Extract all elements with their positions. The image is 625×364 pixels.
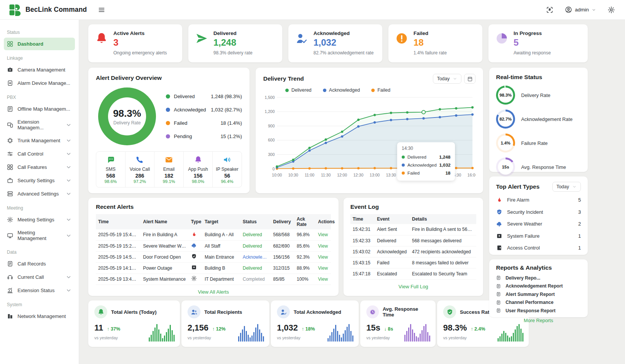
alert-type-label: Access Control [507,245,540,251]
alert-type-count: 1 [578,245,581,251]
spark-bar [518,324,520,342]
delivery-donut-chart: 98.3% Delivery Rate [98,87,156,145]
chevron-down-icon [65,191,72,197]
sidebar-item-label: Call Features [17,164,47,170]
sidebar-item-call-control[interactable]: Call Control [4,148,75,160]
chevron-down-icon [65,151,72,157]
spark-bar [507,335,508,342]
sidebar-item-label: Offline Map Managem... [17,106,70,112]
hamburger-menu-icon[interactable] [98,6,105,14]
view-link[interactable]: View [318,243,328,249]
kpi-value: 11 [94,323,103,333]
view-all-alerts-link[interactable]: View All Alerts [96,289,331,295]
sidebar-item-dashboard[interactable]: Dashboard [4,38,75,50]
sidebar-item-call-features[interactable]: Call Features [4,161,75,173]
legend-value: 15 (1.2%) [221,134,242,139]
sidebar-item-current-call[interactable]: Current Call [4,271,75,283]
alert-type-label: Severe Weather [507,221,542,227]
spark-bar [515,329,516,342]
cell-time: 15:42:31 [350,224,375,235]
cell-ack-rate: 100% [294,273,316,285]
user-menu[interactable]: admin [565,6,596,13]
view-link[interactable]: View [318,232,328,237]
report-label: Channel Performance [506,300,553,305]
cell-delivery: 156/156 [271,251,294,262]
cell-target: IT Department [202,273,240,285]
svg-text:13:30: 13:30 [386,173,396,177]
report-item[interactable]: Delivery Repo... [496,274,581,282]
chevron-down-icon [65,216,72,223]
settings-gear-icon[interactable] [608,6,615,14]
sidebar-item-extension-status[interactable]: Extension Status [4,284,75,297]
legend-value: 1,032 (82.7%) [211,107,242,113]
tooltip-label: Failed [407,170,420,176]
sidebar-item-call-records[interactable]: Call Records [4,258,75,270]
alert-types-range-select[interactable]: Today [552,182,581,192]
panel-title: Event Log [350,203,476,210]
translate-icon[interactable] [546,6,553,14]
spark-bar [350,331,351,342]
spark-bar [345,330,346,342]
doc-icon [496,300,501,305]
kpi-icon-wrap [277,305,290,318]
realtime-row: 98.3%Delivery Rate [496,86,581,105]
sidebar-item-label: Meeting Management [17,230,61,241]
alert-type-label: System Failure [507,233,539,239]
cell-delivery: 568/568 [271,229,294,240]
cell-delivery: 682/690 [271,240,294,251]
svg-text:0: 0 [272,167,275,171]
stat-title: Failed [413,30,447,36]
report-item[interactable]: Channel Performance [496,299,581,307]
sidebar-item-extension-managem[interactable]: Extension Managem... [4,116,75,134]
view-link[interactable]: View [318,254,328,260]
spark-bar [166,332,167,342]
spark-bar [170,325,171,342]
spark-bar [427,332,428,342]
alert-circle-icon [395,32,408,45]
cell-time: 2025-05-19 15:42:31 [96,229,141,240]
sidebar-item-meeting-management[interactable]: Meeting Management [4,227,75,244]
cell-target: Building B [202,262,240,273]
report-item[interactable]: User Response Report [496,307,581,315]
view-link[interactable]: View [318,277,328,282]
sidebar-section-label: Status [7,30,72,35]
panel-title: Delivery Trend [263,75,304,82]
sidebar-item-camera-management[interactable]: Camera Management [4,64,75,76]
tooltip-label: Delivered [407,154,426,160]
trend-range-select[interactable]: Today [433,74,461,84]
channel-rate: 96.4% [214,179,240,184]
sidebar-item-trunk-management[interactable]: Trunk Management [4,134,75,147]
chevron-down-icon [572,184,577,189]
spark-bar [164,335,165,342]
kpi-card-total-acknowledged: Total Acknowledged1,032↑ 18%vs yesterday [271,300,359,347]
donut-legend-row: Pending15 (1.2%) [166,130,242,143]
cell-ack-rate: 88.9% [294,262,316,273]
cell-status: Delivered [240,229,271,240]
gear-icon [191,275,197,281]
more-reports-link[interactable]: More Reports [496,318,581,323]
kpi-change: ↓ 8s [384,326,393,332]
spark-bar [517,326,518,342]
sidebar-item-network-management[interactable]: Network Management [4,310,75,323]
report-item[interactable]: Acknowledgement Report [496,282,581,291]
kpi-card-total-recipients: Total Recipients2,156↑ 12%vs yesterday [181,300,269,347]
calendar-button[interactable] [464,74,476,84]
spark-bar [333,329,334,342]
sidebar-item-meeting-settings[interactable]: Meeting Settings [4,213,75,226]
chevron-down-icon [592,8,596,12]
spark-bar [406,331,407,342]
sidebar-item-security-settings[interactable]: Security Settings [4,174,75,187]
reports-analytics-panel: Reports & Analytics Delivery Repo...Ackn… [489,259,588,317]
spark-bar [423,326,425,342]
view-link[interactable]: View [318,265,328,271]
report-item[interactable]: Alert Summary Report [496,290,581,299]
app-root: BecLink Command admin StatusDashboardLin… [0,0,625,364]
sidebar-item-alarm-device-manage[interactable]: Alarm Device Manage... [4,77,75,89]
cell-event: Failed [375,257,410,268]
sidebar-item-offline-map-managem[interactable]: Offline Map Managem... [4,103,75,115]
view-full-log-link[interactable]: View Full Log [350,284,476,289]
cell-details: 8 messages failed to deliver [410,257,476,268]
channel-rate: 99.1% [156,179,182,184]
sidebar-item-advanced-settings[interactable]: Advanced Settings [4,188,75,200]
stat-title: Delivered [213,30,253,36]
